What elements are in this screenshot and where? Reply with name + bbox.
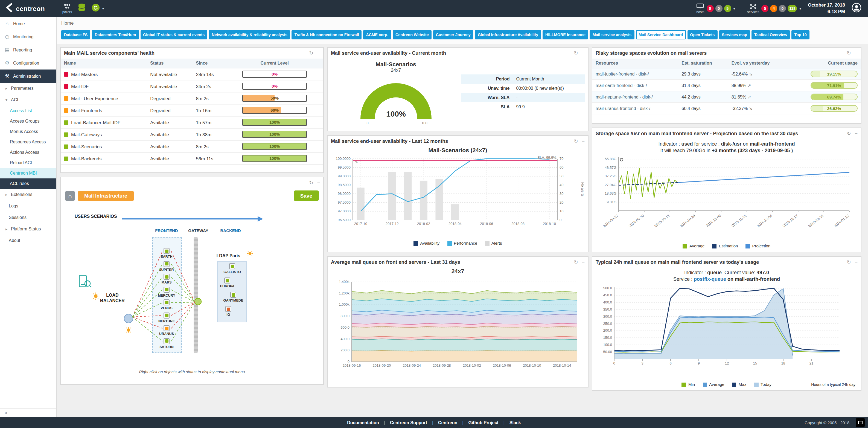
table-row[interactable]: Load-Balancer-Mail-IDFAvailable1h 57m100… [61,116,323,129]
refresh-icon[interactable]: ↻ [847,50,851,56]
frontend-node-mercury[interactable]: MERCURY [154,287,179,297]
sidebar-item-administration[interactable]: ⚒Administration [0,69,56,83]
service-link[interactable]: postfix-queue [694,276,726,282]
tab-services-map[interactable]: Services map [719,30,750,39]
chevron-down-icon[interactable]: ▾ [733,6,735,11]
centreon-logo[interactable]: centreon [0,3,57,14]
breadcrumb[interactable]: Home [61,20,864,26]
sidebar-item-reload-acl[interactable]: Reload ACL [0,158,56,168]
tab-datacenters-tem-hum[interactable]: Datacenters Tem/Hum [92,30,138,39]
sidebar-item-home[interactable]: ⌂Home [0,17,56,30]
table-row[interactable]: Mail-GatewaysAvailable1h 38m100% [61,129,323,140]
frontend-node-saturn[interactable]: SATURN [154,338,179,348]
footer-link-github-project[interactable]: Github Project [468,420,498,425]
chevron-down-icon[interactable]: ▾ [102,6,104,11]
sidebar-collapse-button[interactable]: « [0,408,56,417]
tab-open-tickets[interactable]: Open Tickets [687,30,717,39]
save-button[interactable]: Save [294,191,319,201]
table-row[interactable]: Mail-FrontendsDegraded1h 16m60% [61,104,323,116]
widget-toggle-button[interactable] [856,418,865,427]
tab-hillmore-insurance[interactable]: HILLMORE Insurance [542,30,588,39]
services-status-group[interactable]: services 540118 ▾ [747,3,801,14]
footer-link-centreon[interactable]: Centreon [438,420,457,425]
sidebar-item-resources-access[interactable]: Resources Access [0,137,56,147]
footer-link-slack[interactable]: Slack [509,420,521,425]
frontend-node-earth[interactable]: EARTH [154,248,179,258]
sidebar-item-platform-status[interactable]: ▸Platform Status [0,223,56,235]
sidebar-item-monitoring[interactable]: ◷Monitoring [0,30,56,43]
minimize-icon[interactable]: − [582,259,585,265]
frontend-node-mars[interactable]: MARS [154,274,179,284]
backend-node-europa[interactable]: EUROPA [215,278,240,288]
sidebar-item-sessions[interactable]: Sessions [0,212,56,223]
refresh-icon[interactable]: ↻ [574,139,578,144]
sidebar-item-acl[interactable]: ▾ACL [0,94,56,106]
tab-top-10[interactable]: Top 10 [792,30,809,39]
database-group[interactable] [78,3,86,14]
user-avatar[interactable] [851,2,862,15]
table-row[interactable]: Mail-ScenariosAvailable8m 2s100% [61,140,323,152]
refresh-icon[interactable]: ↻ [574,259,578,265]
sidebar-item-extensions[interactable]: ▸Extensions [0,189,56,200]
refresh-icon[interactable]: ↻ [574,50,578,56]
tab-global-infrastructure-availability[interactable]: Global Infrastructure Availability [475,30,541,39]
minimize-icon[interactable]: − [317,180,320,186]
sidebar-item-parameters[interactable]: ▸Parameters [0,83,56,94]
svg-text:0: 0 [348,360,349,364]
table-row[interactable]: mail-jupiter-frontend - disk-/29.3 days-… [592,68,861,80]
refresh-icon[interactable]: ↻ [309,180,313,186]
footer-link-centreon-support[interactable]: Centreon Support [390,420,427,425]
sidebar-item-menus-access[interactable]: Menus Access [0,126,56,137]
tab-network-availability-reliability-analysis[interactable]: Network availability & reliability analy… [209,30,290,39]
minimize-icon[interactable]: − [855,131,858,136]
tab-trafic-nb-connection-on-firewall[interactable]: Trafic & Nb connection on Firewall [292,30,362,39]
frontend-node-uranus[interactable]: URANUS [154,325,179,336]
pollers-group[interactable]: pollers [62,3,72,14]
panel-health: Main MAIL service components' health ↻− … [60,47,324,173]
sidebar-item-about[interactable]: About [0,235,56,246]
table-row[interactable]: Mail-BackendsAvailable56m 11s100% [61,152,323,165]
table-row[interactable]: Mail-IDFNot available34m 2s0% [61,80,323,92]
table-row[interactable]: mail-earth-frontend - disk-/31.4 days88.… [592,80,861,91]
chevron-down-icon[interactable]: ▾ [799,6,801,11]
tab-mail-service-analysis[interactable]: Mail service analysis [590,30,634,39]
backend-node-ganymede[interactable]: GANYMEDE [221,292,246,302]
tab-global-it-status-current-events[interactable]: Global IT status & current events [140,30,207,39]
table-row[interactable]: Mail - User ExperienceDegraded8m 2s50% [61,92,323,104]
minimize-icon[interactable]: − [855,259,858,265]
frontend-node-jupiter[interactable]: JUPITER [154,261,179,271]
table-row[interactable]: mail-neptune-frontend - disk-/44.2 days8… [592,91,861,103]
table-row[interactable]: mail-uranus-frontend - disk-/60.4 days-3… [592,103,861,114]
sync-group[interactable]: ▾ [91,3,104,14]
sidebar-item-centreon-mbi[interactable]: Centreon MBI [0,168,56,178]
sidebar-item-access-list[interactable]: Access List [0,106,56,116]
sidebar-item-configuration[interactable]: ⚙Configuration [0,56,56,69]
refresh-icon[interactable]: ↻ [847,131,851,136]
tab-customer-journey[interactable]: Customer Journey [433,30,473,39]
table-row[interactable]: Mail-MastersNot available28m 14s0% [61,68,323,80]
frontend-node-venus[interactable]: VENUS [154,299,179,310]
sidebar-item-reporting[interactable]: ▤Reporting [0,43,56,56]
refresh-icon[interactable]: ↻ [309,50,313,56]
tab-acme-corp[interactable]: ACME corp. [363,30,391,39]
footer-link-documentation[interactable]: Documentation [347,420,379,425]
hosts-status-group[interactable]: hosts 005 ▾ [696,3,735,14]
infrastructure-badge[interactable]: Mail Infrastructure [78,191,134,201]
backend-node-io[interactable]: IO [216,306,241,316]
frontend-node-neptune[interactable]: NEPTUNE [154,312,179,323]
sidebar-item-logs[interactable]: Logs [0,200,56,212]
sidebar-item-access-groups[interactable]: Access Groups [0,116,56,126]
tab-tactical-overview[interactable]: Tactical Overview [751,30,790,39]
sidebar-item-actions-access[interactable]: Actions Access [0,147,56,158]
backend-node-gallisto[interactable]: GALLISTO [220,263,245,274]
tab-database-fs[interactable]: Database FS [61,30,90,39]
minimize-icon[interactable]: − [582,50,585,56]
tab-mail-service-dashboard[interactable]: Mail Service Dashboard [636,30,686,39]
refresh-icon[interactable]: ↻ [847,259,851,265]
load-balancer-label[interactable]: LOAD BALANCER [100,293,125,304]
tab-centreon-website[interactable]: Centreon Website [393,30,432,39]
minimize-icon[interactable]: − [855,50,858,56]
minimize-icon[interactable]: − [317,50,320,56]
sidebar-item-acl-rules[interactable]: ACL rules [0,178,56,189]
minimize-icon[interactable]: − [582,139,585,144]
